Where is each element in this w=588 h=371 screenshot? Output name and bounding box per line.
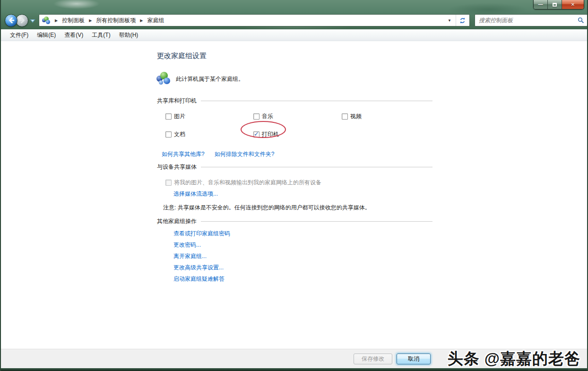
section-divider — [201, 221, 432, 222]
section-share-libraries: 共享库和打印机 — [157, 97, 432, 105]
menu-view[interactable]: 查看(V) — [60, 30, 87, 41]
chevron-down-icon — [30, 19, 35, 23]
checkbox-label: 音乐 — [262, 112, 273, 121]
section-divider — [201, 101, 432, 101]
menu-help[interactable]: 帮助(H) — [115, 30, 143, 41]
list-item: 离开家庭组... — [173, 252, 432, 260]
list-item: 更改密码... — [173, 241, 432, 249]
menu-tools[interactable]: 工具(T) — [87, 30, 114, 41]
checkbox-music[interactable]: 音乐 — [253, 112, 342, 121]
breadcrumb-arrow-icon[interactable]: ▶ — [52, 18, 61, 23]
link-change-password[interactable]: 更改密码... — [173, 242, 201, 248]
link-leave-homegroup[interactable]: 离开家庭组... — [173, 253, 207, 259]
window-bottom-edge — [1, 368, 587, 371]
close-icon: ✕ — [571, 2, 575, 7]
list-item: 启动家庭组疑难解答 — [173, 275, 432, 283]
section-header: 与设备共享媒体 — [157, 163, 197, 171]
address-dropdown-icon[interactable]: ▼ — [443, 18, 456, 23]
section-media-devices: 与设备共享媒体 — [157, 163, 432, 171]
section-header: 其他家庭组操作 — [157, 217, 197, 225]
refresh-button[interactable] — [456, 15, 468, 26]
link-exclude-files[interactable]: 如何排除文件和文件夹? — [215, 150, 275, 158]
checkbox-videos[interactable]: 视频 — [342, 112, 430, 121]
checkbox-icon[interactable] — [165, 131, 172, 138]
checkbox-stream-media[interactable]: 将我的图片、音乐和视频输出到我的家庭网络上的所有设备 — [165, 179, 432, 187]
checkbox-label: 视频 — [350, 112, 362, 121]
security-note: 注意: 共享媒体是不安全的。任何连接到您的网络的用户都可以接收您的共享媒体。 — [163, 204, 432, 212]
share-checkbox-grid: 图片 音乐 视频 文档 打印机 — [165, 112, 432, 148]
checkbox-documents[interactable]: 文档 — [165, 130, 253, 138]
breadcrumb-control-panel[interactable]: 控制面板 — [61, 16, 86, 26]
link-media-streaming-options[interactable]: 选择媒体流选项... — [173, 190, 432, 198]
link-troubleshooter[interactable]: 启动家庭组疑难解答 — [173, 276, 225, 282]
checkbox-label: 文档 — [174, 130, 185, 138]
homegroup-icon — [42, 17, 51, 25]
refresh-icon — [459, 17, 466, 24]
checkbox-label: 将我的图片、音乐和视频输出到我的家庭网络上的所有设备 — [174, 179, 321, 187]
menu-edit[interactable]: 编辑(E) — [33, 30, 60, 41]
breadcrumb-all-items[interactable]: 所有控制面板项 — [95, 16, 137, 26]
search-box[interactable] — [475, 14, 588, 26]
cancel-button[interactable]: 取消 — [397, 354, 431, 364]
main-content: 更改家庭组设置 此计算机属于某个家庭组。 共享库和打印机 图片 音乐 — [1, 41, 587, 349]
page-title: 更改家庭组设置 — [157, 51, 432, 60]
search-input[interactable] — [479, 17, 578, 24]
section-header: 共享库和打印机 — [157, 97, 197, 105]
window-controls: — ✕ — [533, 0, 584, 9]
back-button[interactable] — [5, 14, 17, 27]
howto-links: 如何共享其他库? 如何排除文件和文件夹? — [162, 150, 432, 158]
navigation-bar: ▶ 控制面板 ▶ 所有控制面板项 ▶ 家庭组 ▼ — [5, 14, 584, 27]
status-text: 此计算机属于某个家庭组。 — [176, 75, 244, 83]
menu-file[interactable]: 文件(F) — [6, 30, 33, 41]
section-other-actions: 其他家庭组操作 — [157, 217, 432, 225]
search-icon[interactable] — [578, 17, 584, 24]
list-item: 更改高级共享设置... — [173, 264, 432, 271]
close-button[interactable]: ✕ — [562, 0, 584, 9]
homegroup-status: 此计算机属于某个家庭组。 — [157, 72, 432, 86]
back-arrow-icon — [8, 17, 15, 24]
checkbox-icon[interactable] — [253, 113, 259, 120]
link-advanced-sharing[interactable]: 更改高级共享设置... — [173, 264, 224, 271]
checkbox-label: 图片 — [174, 112, 185, 121]
checkbox-icon[interactable] — [165, 180, 172, 186]
maximize-button[interactable] — [548, 0, 562, 9]
section-divider — [201, 167, 432, 167]
homegroup-icon — [157, 72, 172, 86]
maximize-icon — [553, 3, 557, 7]
checkbox-icon[interactable] — [342, 113, 348, 120]
minimize-button[interactable]: — — [534, 0, 548, 9]
address-bar[interactable]: ▶ 控制面板 ▶ 所有控制面板项 ▶ 家庭组 ▼ — [39, 14, 470, 26]
checkbox-icon[interactable] — [253, 131, 259, 138]
save-changes-button[interactable]: 保存修改 — [354, 354, 392, 364]
checkbox-label: 打印机 — [262, 130, 279, 138]
menu-bar: 文件(F) 编辑(E) 查看(V) 工具(T) 帮助(H) — [1, 30, 587, 41]
breadcrumb-homegroup[interactable]: 家庭组 — [146, 16, 165, 26]
checkbox-pictures[interactable]: 图片 — [165, 112, 253, 121]
other-actions-list: 查看或打印家庭组密码 更改密码... 离开家庭组... 更改高级共享设置... … — [173, 230, 432, 283]
minimize-icon: — — [538, 2, 543, 7]
breadcrumb-arrow-icon[interactable]: ▶ — [86, 18, 95, 23]
checkbox-printers[interactable]: 打印机 — [253, 130, 342, 138]
checkbox-icon[interactable] — [165, 113, 172, 120]
window-chrome: — ✕ — [1, 0, 587, 29]
link-view-password[interactable]: 查看或打印家庭组密码 — [173, 230, 230, 237]
homegroup-window: — ✕ — [0, 0, 588, 371]
recent-pages-dropdown[interactable] — [30, 18, 35, 25]
forward-button[interactable] — [16, 14, 28, 27]
forward-arrow-icon — [18, 17, 26, 24]
footer-bar: 保存修改 取消 — [1, 349, 587, 368]
list-item: 查看或打印家庭组密码 — [173, 230, 432, 237]
breadcrumb-arrow-icon[interactable]: ▶ — [137, 18, 146, 23]
link-share-other-libraries[interactable]: 如何共享其他库? — [162, 150, 205, 158]
